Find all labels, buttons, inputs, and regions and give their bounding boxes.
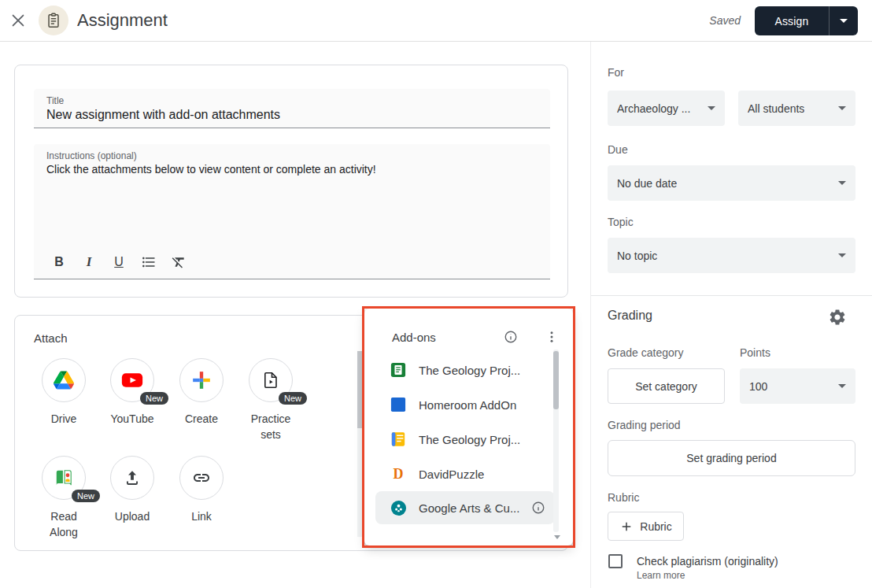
upload-icon [110, 456, 154, 500]
addon-row-geology-1[interactable]: The Geology Proj... [375, 353, 555, 387]
attach-scrollbar-thumb[interactable] [357, 351, 364, 428]
points-value: 100 [749, 380, 767, 393]
addon-label: DavidPuzzle [419, 468, 484, 481]
attach-label: Upload [115, 508, 150, 524]
scroll-down-arrow-icon[interactable] [554, 535, 560, 539]
info-icon[interactable] [531, 501, 545, 515]
addon-row-davidpuzzle[interactable]: D DavidPuzzle [375, 457, 555, 491]
attach-link-button[interactable]: Link [167, 456, 236, 524]
new-badge: New [72, 490, 100, 502]
bulleted-list-icon[interactable] [138, 252, 160, 272]
top-bar: Assignment Saved Assign [0, 0, 872, 42]
plagiarism-checkbox[interactable] [608, 554, 623, 568]
chevron-down-icon [838, 106, 846, 110]
addons-popup: Add-ons The Geology Proj... Homeroom Add… [364, 309, 573, 545]
attach-youtube-button[interactable]: YouTube New [98, 358, 167, 427]
link-icon [179, 456, 224, 500]
addons-title: Add-ons [392, 331, 436, 344]
add-rubric-button[interactable]: Rubric [608, 512, 684, 541]
students-select[interactable]: All students [738, 91, 855, 126]
geology-app-icon [390, 361, 407, 379]
assignment-clipboard-icon [39, 6, 68, 35]
points-label: Points [740, 346, 770, 359]
attach-read-along-button[interactable]: Read Along New [29, 456, 98, 540]
due-date-select[interactable]: No due date [608, 165, 855, 201]
instructions-field[interactable]: Instructions (optional) Click the attach… [34, 144, 550, 279]
attach-drive-button[interactable]: Drive [29, 358, 98, 427]
italic-icon[interactable]: I [78, 252, 100, 272]
chevron-down-icon [838, 181, 846, 185]
addon-row-arts-culture[interactable]: Google Arts & Cu... [375, 491, 555, 524]
grade-category-label: Grade category [608, 346, 684, 359]
davidpuzzle-app-icon: D [390, 465, 407, 483]
for-label: For [608, 66, 624, 79]
class-select[interactable]: Archaeology ... [608, 91, 725, 126]
addon-label: The Geology Proj... [419, 364, 520, 377]
grading-period-label: Grading period [608, 419, 681, 431]
drive-icon [42, 358, 86, 402]
instructions-field-label: Instructions (optional) [34, 144, 550, 161]
topic-select[interactable]: No topic [608, 238, 855, 273]
bold-icon[interactable]: B [48, 252, 70, 272]
attach-label: Create [185, 411, 218, 427]
attach-label: Practice sets [245, 411, 297, 442]
chevron-down-icon [838, 384, 846, 388]
addon-row-homeroom[interactable]: Homeroom AddOn [375, 387, 555, 422]
close-icon[interactable] [9, 12, 27, 29]
attach-heading: Attach [34, 331, 68, 345]
attach-label: YouTube [110, 411, 153, 427]
new-badge: New [140, 392, 168, 405]
addons-scrollbar-thumb[interactable] [553, 351, 559, 409]
notebook-app-icon [390, 431, 407, 448]
points-select[interactable]: 100 [740, 368, 855, 404]
section-divider [591, 295, 872, 296]
formatting-toolbar: B I U [48, 252, 190, 272]
addon-row-geology-2[interactable]: The Geology Proj... [375, 422, 555, 457]
addon-label: The Geology Proj... [419, 433, 520, 446]
set-grading-period-button[interactable]: Set grading period [608, 440, 855, 476]
chevron-down-icon [838, 253, 846, 257]
attach-create-button[interactable]: Create [167, 358, 236, 427]
instructions-field-value[interactable]: Click the attachments below to view cont… [34, 161, 550, 176]
plus-icon [619, 520, 634, 534]
title-field[interactable]: Title New assignment with add-on attachm… [34, 89, 550, 128]
create-plus-icon [179, 358, 224, 402]
clear-formatting-icon[interactable] [168, 252, 190, 272]
set-grading-period-label: Set grading period [686, 452, 776, 464]
set-category-label: Set category [635, 380, 697, 393]
plagiarism-label: Check plagiarism (originality) [637, 555, 778, 568]
homeroom-app-icon [390, 396, 407, 413]
attach-label: Drive [51, 411, 77, 427]
addon-label: Google Arts & Cu... [419, 501, 519, 515]
attach-scrollbar[interactable] [357, 351, 364, 537]
grading-section-title: Grading [608, 309, 652, 323]
gear-icon[interactable] [828, 308, 847, 327]
assign-button[interactable]: Assign [755, 6, 829, 35]
rubric-button-label: Rubric [640, 520, 671, 533]
chevron-down-icon [708, 106, 715, 110]
chevron-down-icon [840, 19, 848, 23]
addons-scrollbar[interactable] [553, 349, 559, 532]
new-badge: New [279, 392, 307, 405]
attach-upload-button[interactable]: Upload [98, 456, 167, 524]
page-title: Assignment [77, 10, 168, 31]
info-icon[interactable] [504, 330, 518, 344]
set-category-button[interactable]: Set category [608, 368, 725, 404]
attach-practice-sets-button[interactable]: Practice sets New [236, 358, 305, 442]
saved-status: Saved [709, 14, 741, 27]
addon-label: Homeroom AddOn [419, 398, 516, 412]
arts-culture-app-icon [390, 499, 407, 516]
attach-label: Read Along [38, 508, 90, 540]
assign-split-button: Assign [755, 6, 858, 35]
assign-dropdown-button[interactable] [829, 6, 858, 35]
title-field-label: Title [34, 89, 550, 106]
topic-label: Topic [608, 216, 634, 228]
underline-icon[interactable]: U [108, 252, 130, 272]
title-field-value[interactable]: New assignment with add-on attachments [34, 106, 550, 122]
attach-label: Link [191, 508, 212, 524]
letter-d-icon: D [394, 466, 404, 483]
class-select-value: Archaeology ... [617, 102, 690, 115]
kebab-menu-icon[interactable] [544, 329, 560, 345]
learn-more-link[interactable]: Learn more [637, 570, 685, 581]
assignment-form-card: Title New assignment with add-on attachm… [14, 65, 568, 298]
